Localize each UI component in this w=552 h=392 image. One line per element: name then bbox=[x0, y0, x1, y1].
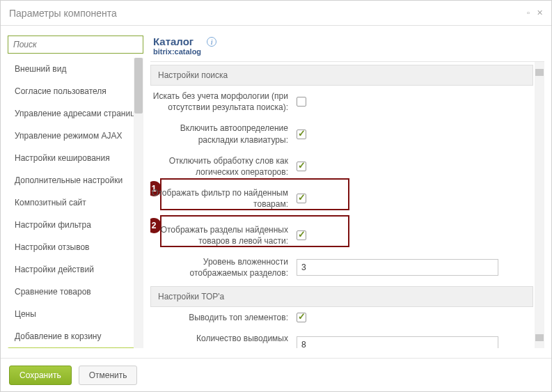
sidebar-item-reviews[interactable]: Настройки отзывов bbox=[8, 236, 143, 258]
sidebar-scrollbar-thumb[interactable] bbox=[134, 58, 143, 113]
main-scrollbar[interactable] bbox=[535, 62, 544, 348]
component-name: bitrix:catalog bbox=[153, 47, 201, 56]
sidebar-item-cache[interactable]: Настройки кеширования bbox=[8, 147, 143, 169]
field-label: Количество выводимых элементов: bbox=[150, 333, 297, 348]
main-panel: Каталог bitrix:catalog i Настройки поиск… bbox=[150, 36, 544, 348]
scrollbar-up-icon[interactable] bbox=[535, 69, 544, 76]
close-icon[interactable]: ✕ bbox=[537, 8, 543, 17]
sidebar-item-consent[interactable]: Согласие пользователя bbox=[8, 80, 143, 102]
maximize-icon[interactable]: ▫ bbox=[527, 8, 530, 17]
field-label: Включить автоопределение раскладки клави… bbox=[150, 123, 297, 145]
sidebar: Внешний вид Согласие пользователя Управл… bbox=[8, 36, 143, 348]
show-sections-checkbox[interactable] bbox=[297, 230, 306, 240]
sidebar-item-additional[interactable]: Дополнительные настройки bbox=[8, 169, 143, 191]
save-button[interactable]: Сохранить bbox=[9, 366, 72, 385]
field-top-count: Количество выводимых элементов: bbox=[150, 328, 533, 348]
autodetect-checkbox[interactable] bbox=[297, 130, 306, 139]
field-show-sections: Отображать разделы найденных товаров в л… bbox=[150, 219, 533, 251]
depth-input[interactable] bbox=[297, 259, 498, 276]
dialog-header: Параметры компонента ▫ ✕ bbox=[1, 1, 551, 26]
sidebar-list-container: Внешний вид Согласие пользователя Управл… bbox=[8, 58, 143, 348]
section-search-settings: Настройки поиска bbox=[150, 65, 533, 86]
sidebar-list[interactable]: Внешний вид Согласие пользователя Управл… bbox=[8, 58, 143, 348]
top-count-input[interactable] bbox=[297, 336, 498, 348]
logic-ops-checkbox[interactable] bbox=[297, 162, 306, 171]
sidebar-item-prices[interactable]: Цены bbox=[8, 303, 143, 325]
dialog-footer: Сохранить Отменить bbox=[1, 358, 551, 391]
field-autodetect: Включить автоопределение раскладки клави… bbox=[150, 118, 533, 150]
info-icon[interactable]: i bbox=[207, 37, 216, 47]
sidebar-item-compare[interactable]: Сравнение товаров bbox=[8, 281, 143, 303]
sidebar-item-urls[interactable]: Управление адресами страниц bbox=[8, 102, 143, 125]
scrollbar-down-icon[interactable] bbox=[535, 334, 544, 341]
sidebar-item-actions[interactable]: Настройки действий bbox=[8, 258, 143, 281]
settings-scroll[interactable]: Настройки поиска Искать без учета морфол… bbox=[150, 62, 544, 348]
show-top-checkbox[interactable] bbox=[297, 313, 306, 322]
search-input[interactable] bbox=[8, 36, 143, 54]
section-top-settings: Настройки ТОР'а bbox=[150, 286, 533, 307]
field-label: Отображать фильтр по найденным товарам: bbox=[150, 187, 297, 210]
sidebar-item-add2basket[interactable]: Добавление в корзину bbox=[8, 325, 143, 347]
sidebar-item-composite[interactable]: Композитный сайт bbox=[8, 191, 143, 214]
sidebar-item-appearance[interactable]: Внешний вид bbox=[8, 58, 143, 80]
component-title: Каталог bbox=[153, 36, 201, 47]
field-label: Выводить топ элементов: bbox=[150, 312, 297, 323]
show-filter-checkbox[interactable] bbox=[297, 194, 306, 203]
field-label: Отключить обработку слов как логических … bbox=[150, 155, 297, 178]
morphology-checkbox[interactable] bbox=[297, 97, 306, 107]
window-controls: ▫ ✕ bbox=[527, 8, 543, 17]
field-logic-ops: Отключить обработку слов как логических … bbox=[150, 150, 533, 182]
field-show-top: Выводить топ элементов: bbox=[150, 307, 533, 328]
component-params-dialog: Параметры компонента ▫ ✕ Внешний вид Сог… bbox=[0, 0, 552, 392]
cancel-button[interactable]: Отменить bbox=[79, 366, 138, 385]
component-header: Каталог bitrix:catalog i bbox=[150, 36, 544, 61]
field-label: Искать без учета морфологии (при отсутст… bbox=[150, 91, 297, 113]
dialog-title: Параметры компонента bbox=[9, 8, 527, 19]
dialog-body: Внешний вид Согласие пользователя Управл… bbox=[1, 26, 551, 358]
sidebar-item-ajax[interactable]: Управление режимом AJAX bbox=[8, 125, 143, 147]
field-label: Уровень вложенности отображаемых раздело… bbox=[150, 256, 297, 279]
sidebar-item-filter[interactable]: Настройки фильтра bbox=[8, 214, 143, 236]
field-show-filter: Отображать фильтр по найденным товарам: bbox=[150, 182, 533, 214]
sidebar-scrollbar[interactable] bbox=[134, 58, 143, 348]
field-morphology: Искать без учета морфологии (при отсутст… bbox=[150, 86, 533, 118]
settings-viewport: Настройки поиска Искать без учета морфол… bbox=[150, 61, 544, 348]
field-depth: Уровень вложенности отображаемых раздело… bbox=[150, 251, 533, 283]
field-label: Отображать разделы найденных товаров в л… bbox=[150, 224, 297, 246]
sidebar-item-search-settings[interactable]: Настройки поиска bbox=[8, 347, 138, 348]
